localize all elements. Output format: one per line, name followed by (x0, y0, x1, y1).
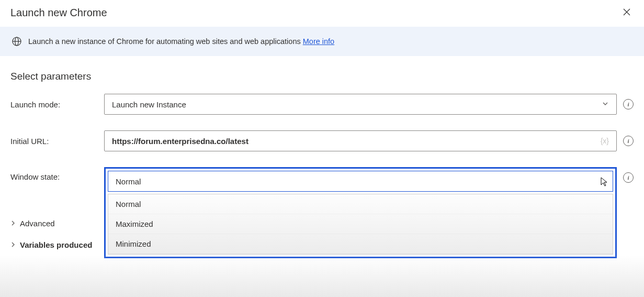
initial-url-label: Initial URL: (10, 137, 97, 146)
chevron-right-icon (10, 220, 16, 227)
info-icon[interactable]: i (623, 99, 634, 109)
dialog-title: Launch new Chrome (10, 7, 107, 19)
advanced-label: Advanced (20, 219, 55, 228)
launch-mode-label: Launch mode: (10, 100, 97, 109)
advanced-expander[interactable]: Advanced (10, 219, 99, 228)
window-state-select[interactable]: Normal (108, 171, 613, 192)
variables-label: Variables produced (20, 240, 92, 249)
info-banner: Launch a new instance of Chrome for auto… (0, 27, 644, 56)
initial-url-value: https://forum.enterprisedna.co/latest (112, 137, 248, 146)
expanders: Advanced Variables produced (10, 216, 99, 262)
chevron-down-icon (602, 100, 609, 109)
launch-mode-value: Launch new Instance (112, 100, 186, 109)
cursor-icon (600, 177, 608, 187)
dialog-header: Launch new Chrome (0, 0, 644, 27)
variable-hint-icon[interactable]: {x} (601, 137, 609, 145)
more-info-link[interactable]: More info (303, 37, 334, 46)
variables-expander[interactable]: Variables produced (10, 240, 99, 249)
window-state-dropdown-highlight: Normal Normal Maximized Minimized (104, 167, 617, 258)
field-window-state: Window state: Normal Normal Maximized Mi… (10, 167, 634, 258)
info-icon[interactable]: i (623, 136, 634, 146)
window-state-label: Window state: (10, 167, 97, 181)
option-minimized[interactable]: Minimized (108, 234, 613, 254)
banner-desc: Launch a new instance of Chrome for auto… (28, 37, 303, 46)
close-icon[interactable] (620, 5, 634, 20)
window-state-options: Normal Maximized Minimized (108, 194, 613, 255)
field-launch-mode: Launch mode: Launch new Instance i (10, 94, 634, 115)
window-state-value: Normal (116, 177, 141, 186)
section-title: Select parameters (10, 71, 634, 82)
globe-icon (12, 36, 22, 47)
banner-text: Launch a new instance of Chrome for auto… (28, 37, 334, 46)
launch-mode-select[interactable]: Launch new Instance (104, 94, 617, 115)
option-maximized[interactable]: Maximized (108, 214, 613, 234)
field-initial-url: Initial URL: https://forum.enterprisedna… (10, 130, 634, 151)
info-icon[interactable]: i (623, 172, 634, 183)
initial-url-input[interactable]: https://forum.enterprisedna.co/latest {x… (104, 130, 617, 151)
option-normal[interactable]: Normal (108, 194, 613, 214)
chevron-right-icon (10, 241, 16, 249)
